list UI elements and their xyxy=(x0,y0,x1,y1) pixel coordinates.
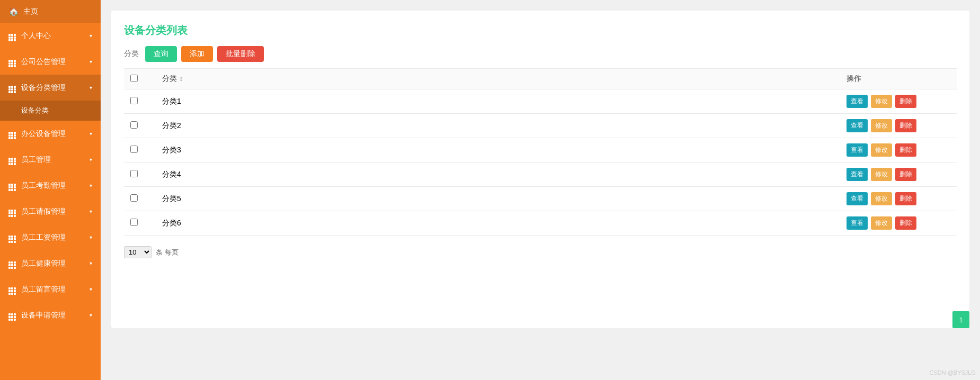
view-button-5[interactable]: 查看 xyxy=(847,192,868,205)
page-number-button[interactable]: 1 xyxy=(952,311,969,328)
grid-icon-announcement xyxy=(8,55,17,68)
delete-button-6[interactable]: 删除 xyxy=(895,216,916,230)
sidebar-item-device-category-label: 设备分类管理 xyxy=(21,83,66,93)
content-card: 设备分类列表 分类 查询 添加 批量删除 分类 ⇕ 操作 xyxy=(111,11,969,328)
view-button-3[interactable]: 查看 xyxy=(847,143,868,157)
edit-button-6[interactable]: 修改 xyxy=(871,216,892,230)
row-action-cell: 查看 修改 删除 xyxy=(840,138,957,162)
row-checkbox-cell xyxy=(124,211,156,236)
view-button-4[interactable]: 查看 xyxy=(847,168,868,181)
row-category-cell: 分类2 xyxy=(156,114,840,138)
row-category-cell: 分类1 xyxy=(156,89,840,114)
sidebar-item-attendance-label: 员工考勤管理 xyxy=(21,181,66,191)
grid-icon-personal xyxy=(8,29,17,42)
row-category-cell: 分类6 xyxy=(156,211,840,236)
search-button[interactable]: 查询 xyxy=(145,46,177,62)
grid-icon-device xyxy=(8,81,17,94)
sidebar-item-leave[interactable]: 员工请假管理 ▾ xyxy=(0,198,101,224)
sidebar-item-office-device[interactable]: 办公设备管理 ▾ xyxy=(0,121,101,147)
view-button-6[interactable]: 查看 xyxy=(847,216,868,230)
sidebar-item-salary[interactable]: 员工工资管理 ▾ xyxy=(0,224,101,250)
delete-button-4[interactable]: 删除 xyxy=(895,168,916,181)
row-checkbox-3[interactable] xyxy=(130,146,138,153)
row-action-cell: 查看 修改 删除 xyxy=(840,114,957,138)
chevron-down-icon-message: ▾ xyxy=(90,286,92,292)
sidebar-item-health[interactable]: 员工健康管理 ▾ xyxy=(0,250,101,276)
pagination-row: 10 20 50 100 条 每页 xyxy=(124,246,957,258)
grid-icon-health xyxy=(8,257,17,270)
row-checkbox-1[interactable] xyxy=(130,97,138,104)
sidebar-item-apply[interactable]: 设备申请管理 ▾ xyxy=(0,302,101,328)
chevron-down-icon-announcement: ▾ xyxy=(90,59,92,65)
add-button[interactable]: 添加 xyxy=(181,46,213,62)
batch-delete-button[interactable]: 批量删除 xyxy=(217,46,264,62)
col-category-label: 分类 xyxy=(162,74,177,83)
grid-icon-office xyxy=(8,127,17,140)
table-row: 分类3 查看 修改 删除 xyxy=(124,138,957,162)
sidebar-item-employee[interactable]: 员工管理 ▾ xyxy=(0,147,101,173)
page-size-select[interactable]: 10 20 50 100 xyxy=(124,246,152,258)
sidebar-item-office-device-label: 办公设备管理 xyxy=(21,129,66,139)
sort-icon-category[interactable]: ⇕ xyxy=(179,76,183,82)
table-row: 分类6 查看 修改 删除 xyxy=(124,211,957,236)
sidebar-item-announcement-label: 公司公告管理 xyxy=(21,57,66,67)
sidebar-item-apply-label: 设备申请管理 xyxy=(21,311,66,320)
sidebar-item-home[interactable]: 🏠 主页 xyxy=(0,0,101,23)
row-checkbox-cell xyxy=(124,162,156,187)
chevron-down-icon-salary: ▾ xyxy=(90,234,92,240)
delete-button-5[interactable]: 删除 xyxy=(895,192,916,205)
delete-button-2[interactable]: 删除 xyxy=(895,119,916,132)
sidebar-item-announcement[interactable]: 公司公告管理 ▾ xyxy=(0,49,101,75)
delete-button-1[interactable]: 删除 xyxy=(895,95,916,108)
grid-icon-leave xyxy=(8,205,17,218)
page-title: 设备分类列表 xyxy=(124,23,957,38)
sidebar-item-message-label: 员工留言管理 xyxy=(21,285,66,294)
sidebar-item-health-label: 员工健康管理 xyxy=(21,259,66,268)
sidebar-item-message[interactable]: 员工留言管理 ▾ xyxy=(0,276,101,302)
chevron-down-icon-device: ▾ xyxy=(90,85,92,91)
sidebar-item-attendance[interactable]: 员工考勤管理 ▾ xyxy=(0,173,101,198)
row-category-cell: 分类5 xyxy=(156,187,840,211)
row-checkbox-cell xyxy=(124,187,156,211)
row-checkbox-5[interactable] xyxy=(130,194,138,202)
table-row: 分类1 查看 修改 删除 xyxy=(124,89,957,114)
edit-button-4[interactable]: 修改 xyxy=(871,168,892,181)
watermark: CSDN @BYSJLG xyxy=(929,369,976,376)
edit-button-1[interactable]: 修改 xyxy=(871,95,892,108)
row-action-cell: 查看 修改 删除 xyxy=(840,89,957,114)
row-action-cell: 查看 修改 删除 xyxy=(840,162,957,187)
edit-button-2[interactable]: 修改 xyxy=(871,119,892,132)
chevron-down-icon-health: ▾ xyxy=(90,260,92,266)
view-button-2[interactable]: 查看 xyxy=(847,119,868,132)
grid-icon-apply xyxy=(8,309,17,322)
chevron-down-icon: ▾ xyxy=(90,33,92,39)
chevron-down-icon-apply: ▾ xyxy=(90,312,92,318)
select-all-checkbox[interactable] xyxy=(130,75,138,82)
delete-button-3[interactable]: 删除 xyxy=(895,143,916,157)
sidebar-item-device-category[interactable]: 设备分类管理 ▾ xyxy=(0,75,101,101)
sidebar-sub-item-device-category-label: 设备分类 xyxy=(21,106,49,114)
col-category: 分类 ⇕ xyxy=(156,69,840,89)
row-action-cell: 查看 修改 删除 xyxy=(840,211,957,236)
row-checkbox-2[interactable] xyxy=(130,121,138,129)
sidebar: 🏠 主页 个人中心 ▾ 公司公告管理 ▾ 设备分类管理 ▾ 设备分类 办公设备管… xyxy=(0,0,101,380)
row-category-cell: 分类3 xyxy=(156,138,840,162)
edit-button-5[interactable]: 修改 xyxy=(871,192,892,205)
sidebar-item-leave-label: 员工请假管理 xyxy=(21,207,66,216)
view-button-1[interactable]: 查看 xyxy=(847,95,868,108)
table-header-row: 分类 ⇕ 操作 xyxy=(124,69,957,89)
table-body: 分类1 查看 修改 删除 分类2 查看 修改 删除 xyxy=(124,89,957,236)
per-page-label: 条 每页 xyxy=(156,248,179,257)
sidebar-item-home-label: 主页 xyxy=(23,7,38,16)
sidebar-item-employee-label: 员工管理 xyxy=(21,155,51,165)
row-checkbox-6[interactable] xyxy=(130,219,138,226)
sidebar-sub-item-device-category[interactable]: 设备分类 xyxy=(0,101,101,121)
sidebar-item-personal-label: 个人中心 xyxy=(21,31,51,41)
edit-button-3[interactable]: 修改 xyxy=(871,143,892,157)
sidebar-item-personal[interactable]: 个人中心 ▾ xyxy=(0,23,101,49)
row-checkbox-cell xyxy=(124,89,156,114)
chevron-down-icon-office: ▾ xyxy=(90,131,92,137)
grid-icon-employee xyxy=(8,153,17,166)
col-checkbox xyxy=(124,69,156,89)
row-checkbox-4[interactable] xyxy=(130,170,138,177)
